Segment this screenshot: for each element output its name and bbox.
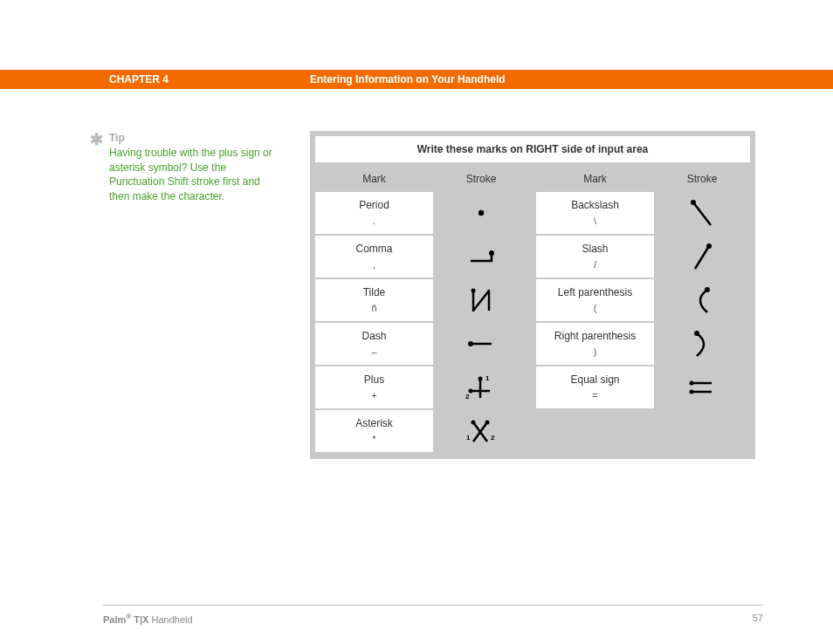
- svg-point-0: [478, 210, 484, 216]
- mark-symbol: ): [594, 346, 597, 358]
- mark-name: Slash: [582, 243, 608, 257]
- mark-backslash: Backslash \: [536, 192, 654, 234]
- stroke-asterisk: 1 2: [433, 410, 529, 452]
- column-headers: Mark Stroke Mark Stroke: [315, 164, 750, 192]
- svg-text:1: 1: [485, 374, 490, 382]
- mark-tilde: Tilde ñ: [315, 279, 433, 321]
- mark-comma: Comma ,: [315, 236, 433, 277]
- stroke-slash: [654, 236, 750, 277]
- mark-left-paren: Left parenthesis (: [536, 279, 654, 321]
- stroke-right-paren: [654, 323, 750, 365]
- mark-plus: Plus +: [315, 367, 433, 408]
- stroke-plus: 1 2: [433, 367, 529, 408]
- table-row: Plus + 1 2 Equal sign =: [315, 367, 750, 408]
- mark-asterisk: Asterisk *: [315, 410, 433, 452]
- tip-text: Having trouble with the plus sign or ast…: [109, 146, 273, 204]
- stroke-backslash: [654, 192, 750, 234]
- svg-text:2: 2: [491, 434, 495, 442]
- mark-symbol: ,: [373, 258, 375, 271]
- col-mark-1: Mark: [315, 173, 433, 185]
- header-bar: CHAPTER 4 Entering Information on Your H…: [0, 70, 833, 89]
- footer-rule: [103, 605, 763, 606]
- mark-name: Plus: [364, 373, 384, 387]
- tip-block: ✱ Tip Having trouble with the plus sign …: [90, 131, 273, 204]
- mark-symbol: \: [594, 215, 596, 227]
- mark-right-paren: Right parenthesis ): [536, 323, 654, 365]
- mark-dash: Dash –: [315, 323, 433, 365]
- mark-period: Period .: [315, 192, 433, 234]
- stroke-dash: [433, 323, 529, 365]
- footer-model: T|X: [134, 614, 148, 625]
- stroke-comma: [433, 236, 529, 277]
- table-row: Tilde ñ Left parenthesis (: [315, 279, 750, 321]
- stroke-left-paren: [654, 279, 750, 321]
- asterisk-icon: ✱: [90, 129, 103, 151]
- table-row: Asterisk * 1 2: [315, 410, 750, 452]
- mark-symbol: +: [371, 389, 376, 401]
- footer-brand: Palm® T|X Handheld: [103, 613, 193, 625]
- mark-name: Equal sign: [570, 373, 619, 387]
- mark-name: Tilde: [363, 286, 386, 300]
- mark-symbol: =: [592, 389, 597, 401]
- stroke-table: Write these marks on RIGHT side of input…: [310, 131, 755, 459]
- mark-name: Comma: [355, 243, 392, 257]
- mark-equal: Equal sign =: [536, 367, 654, 408]
- svg-text:1: 1: [466, 434, 471, 442]
- mark-symbol: (: [594, 302, 597, 314]
- stroke-equal: [654, 367, 750, 408]
- mark-name: Right parenthesis: [554, 330, 636, 344]
- col-stroke-1: Stroke: [433, 173, 529, 185]
- mark-symbol: /: [594, 258, 596, 271]
- mark-name: Asterisk: [355, 417, 393, 431]
- col-mark-2: Mark: [536, 173, 654, 185]
- tip-label: Tip: [109, 131, 273, 146]
- table-row: Period . Backslash \: [315, 192, 750, 234]
- mark-symbol: –: [371, 346, 376, 358]
- mark-symbol: *: [372, 433, 375, 445]
- mark-name: Backslash: [571, 199, 619, 213]
- mark-name: Dash: [361, 330, 386, 344]
- mark-name: Left parenthesis: [558, 286, 632, 300]
- svg-text:2: 2: [465, 393, 470, 401]
- stroke-tilde: [433, 279, 529, 321]
- table-title: Write these marks on RIGHT side of input…: [315, 136, 750, 162]
- chapter-title: Entering Information on Your Handheld: [310, 73, 506, 86]
- stroke-period: [433, 192, 529, 234]
- mark-symbol: ñ: [371, 302, 376, 314]
- footer-brand-name: Palm: [103, 614, 126, 625]
- col-stroke-2: Stroke: [654, 173, 750, 185]
- chapter-label: CHAPTER 4: [109, 73, 169, 86]
- mark-symbol: .: [373, 215, 375, 227]
- mark-name: Period: [359, 199, 389, 213]
- table-row: Comma , Slash /: [315, 236, 750, 277]
- footer-suffix: Handheld: [151, 614, 192, 625]
- mark-slash: Slash /: [536, 236, 654, 277]
- table-row: Dash – Right parenthesis ): [315, 323, 750, 365]
- page-number: 57: [753, 613, 763, 623]
